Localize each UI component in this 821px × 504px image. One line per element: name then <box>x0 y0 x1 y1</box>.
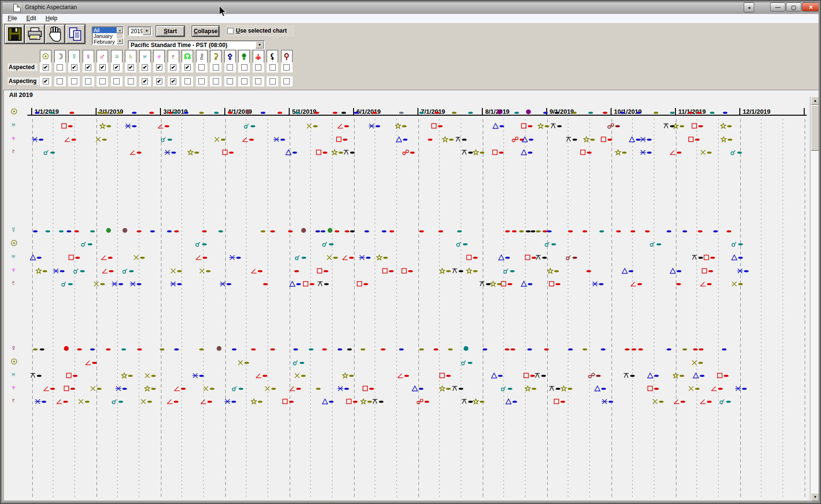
aspected-checkbox-lilith[interactable] <box>270 64 276 71</box>
aspected-checkbox-jupiter[interactable]: ✔ <box>113 64 120 71</box>
event-dash <box>320 227 326 235</box>
scrollbar-thumb[interactable] <box>811 105 820 151</box>
aspect-mark <box>455 135 467 144</box>
menu-edit[interactable]: Edit <box>25 15 37 22</box>
month-gridline <box>483 119 483 497</box>
event-dash <box>434 108 440 117</box>
aspecting-checkbox-uranus[interactable]: ✔ <box>142 78 148 84</box>
aspect-mark <box>647 371 659 381</box>
scroll-up-icon[interactable]: ▲ <box>811 96 820 105</box>
aspected-checkbox-juno[interactable] <box>241 64 247 71</box>
menu-file[interactable]: File <box>7 15 18 22</box>
year-select[interactable]: 2019 ▼ <box>128 26 152 36</box>
aspect-mark <box>549 384 561 394</box>
menu-help[interactable]: Help <box>45 15 59 22</box>
hand-button[interactable] <box>45 24 65 44</box>
aspecting-checkbox-mars[interactable] <box>99 78 106 84</box>
aspected-checkbox-neptune[interactable]: ✔ <box>156 64 162 71</box>
aspected-checkbox-eris[interactable] <box>283 64 290 71</box>
month-gridline <box>805 119 805 497</box>
event-dash <box>544 345 549 353</box>
aspecting-checkbox-pluto[interactable]: ✔ <box>170 78 176 84</box>
month-label: 9/1/2019 <box>550 108 574 115</box>
aspecting-checkbox-moon[interactable] <box>57 78 63 84</box>
event-dash <box>380 345 386 353</box>
event-dash <box>74 227 79 235</box>
menu-bar: File Edit Help <box>1 14 820 24</box>
aspecting-checkbox-chiron[interactable] <box>198 78 205 84</box>
aspected-checkbox-venus[interactable]: ✔ <box>85 64 91 71</box>
close-button[interactable]: ✕ <box>802 2 820 12</box>
use-selected-chart-checkbox[interactable] <box>227 28 233 34</box>
event-dash <box>723 108 728 117</box>
month-list-scrollbar[interactable]: ▲ ▼ <box>117 27 123 44</box>
event-dash <box>631 345 637 353</box>
aspect-mark <box>431 121 443 131</box>
aspected-checkbox-mars[interactable]: ✔ <box>99 64 106 71</box>
aspect-mark <box>615 148 627 157</box>
aspected-checkbox-saturn[interactable]: ✔ <box>128 64 134 71</box>
aspected-checkbox-vesta[interactable] <box>255 64 261 71</box>
save-icon <box>8 27 22 41</box>
aspected-checkbox-ceres[interactable] <box>213 64 219 71</box>
aspect-mark <box>547 266 559 276</box>
sun-icon: ☉ <box>42 52 49 60</box>
minor-gridline <box>182 119 182 497</box>
aspect-mark <box>293 358 305 368</box>
aspected-checkbox-mercury[interactable]: ✔ <box>71 64 77 71</box>
timezone-dropdown-icon[interactable]: ▼ <box>256 41 264 48</box>
collapse-button[interactable]: Collapse <box>192 26 219 36</box>
start-button[interactable]: Start <box>156 26 184 36</box>
copy-button[interactable] <box>65 24 85 44</box>
scroll-down-icon[interactable]: ▼ <box>811 493 820 501</box>
aspecting-checkbox-jupiter[interactable] <box>113 78 120 84</box>
aspecting-checkbox-sun[interactable]: ✔ <box>43 78 49 84</box>
aspecting-checkbox-mercury[interactable] <box>71 78 77 84</box>
aspect-mark <box>701 266 713 276</box>
vertical-scrollbar[interactable]: ▲ ▼ <box>810 96 820 501</box>
timezone-select[interactable]: Pacific Standard Time - PST (08:00) ▼ <box>128 40 265 49</box>
aspected-checkbox-north-node[interactable]: ✔ <box>184 64 191 71</box>
event-dash <box>136 227 142 235</box>
aspecting-checkbox-venus[interactable] <box>85 78 91 84</box>
maximize-button[interactable]: ▢ <box>786 2 801 12</box>
aspect-mark <box>523 371 535 381</box>
aspecting-checkbox-lilith[interactable] <box>270 78 276 84</box>
aspected-checkbox-pallas[interactable] <box>227 64 233 71</box>
aspect-mark <box>731 240 743 249</box>
aspecting-checkbox-ceres[interactable] <box>213 78 219 84</box>
aspecting-checkbox-vesta[interactable] <box>255 78 261 84</box>
planet-header-pluto: ♇ <box>168 50 179 63</box>
neptune-icon: ♆ <box>156 52 162 60</box>
event-dash <box>698 227 703 235</box>
event-dash <box>697 108 702 117</box>
month-listbox[interactable]: All January February ▲ ▼ <box>92 26 124 45</box>
year-dropdown-icon[interactable]: ▼ <box>143 27 151 35</box>
titlebar-arrow-button[interactable]: ◄ <box>744 2 754 12</box>
aspected-checkbox-pluto[interactable]: ✔ <box>170 64 176 71</box>
use-selected-chart[interactable]: Use selected chart <box>225 25 294 36</box>
minor-gridline <box>310 119 311 497</box>
aspect-mark <box>282 397 294 407</box>
aspecting-checkbox-saturn[interactable] <box>128 78 134 84</box>
aspect-mark <box>111 397 123 407</box>
aspecting-checkbox-eris[interactable] <box>283 78 290 84</box>
print-button[interactable] <box>25 24 45 44</box>
scroll-down-icon[interactable]: ▼ <box>117 38 123 44</box>
aspected-checkbox-uranus[interactable]: ✔ <box>142 64 148 71</box>
aspect-mark <box>601 397 613 407</box>
aspected-checkbox-chiron[interactable] <box>198 64 205 71</box>
save-button[interactable] <box>5 24 25 44</box>
event-dash <box>149 108 154 117</box>
minimize-button[interactable]: — <box>770 2 785 12</box>
vesta-icon: ⚶ <box>255 52 262 60</box>
aspecting-checkbox-north-node[interactable] <box>184 78 191 84</box>
event-dash <box>636 108 641 117</box>
aspected-checkbox-sun[interactable]: ✔ <box>43 64 49 71</box>
event-dash <box>270 345 275 353</box>
aspected-checkbox-moon[interactable] <box>57 64 63 71</box>
aspecting-checkbox-neptune[interactable]: ✔ <box>156 78 162 84</box>
aspecting-checkbox-pallas[interactable] <box>227 78 233 84</box>
aspecting-checkbox-juno[interactable] <box>241 78 247 84</box>
scroll-up-icon[interactable]: ▲ <box>117 27 123 33</box>
